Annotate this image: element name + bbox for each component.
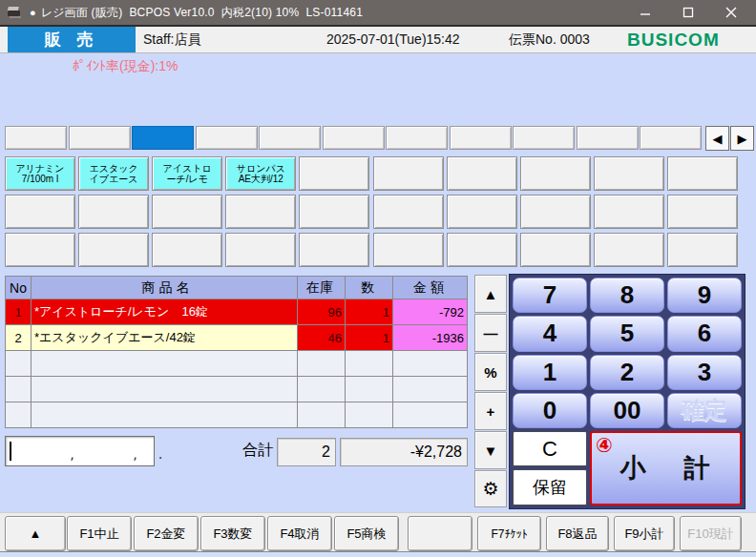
table-row-empty	[5, 351, 468, 377]
product-button-empty[interactable]	[447, 195, 517, 229]
subtotal-label: 小 計	[620, 451, 725, 485]
plus-button[interactable]: +	[474, 392, 507, 430]
product-tab-8[interactable]	[450, 126, 512, 150]
cell-empty	[5, 402, 32, 428]
product-tab-6[interactable]	[323, 126, 385, 150]
minimize-button[interactable]	[623, 0, 666, 25]
product-button-empty[interactable]	[373, 233, 444, 267]
f8-return-button[interactable]: F8返品	[546, 516, 609, 551]
numpad-key-8[interactable]: 8	[590, 278, 664, 313]
product-button-empty[interactable]	[667, 156, 738, 191]
product-button-empty[interactable]	[152, 195, 222, 229]
product-button-empty[interactable]	[520, 233, 591, 267]
numpad-key-2[interactable]: 2	[590, 355, 664, 390]
numpad-key-4[interactable]: 4	[513, 316, 587, 351]
product-button-empty[interactable]	[667, 233, 738, 267]
amount-entry-field[interactable]: , , .	[5, 436, 155, 466]
col-header-name: 商 品 名	[32, 276, 298, 299]
scroll-up-fkey[interactable]: ▲	[5, 516, 66, 551]
clear-button[interactable]: C	[513, 431, 587, 466]
percent-button[interactable]: %	[474, 353, 507, 391]
product-button-empty[interactable]	[78, 195, 149, 229]
product-button-empty[interactable]	[594, 233, 664, 267]
product-button-empty[interactable]	[667, 195, 738, 229]
product-button-empty[interactable]	[447, 233, 517, 267]
numpad-key-9[interactable]: 9	[667, 278, 742, 313]
cell-empty	[32, 351, 298, 377]
total-amount-value: -¥2,728	[340, 438, 468, 466]
numpad-key-5[interactable]: 5	[590, 316, 664, 351]
product-button-empty[interactable]	[225, 195, 296, 229]
hold-button[interactable]: 保留	[513, 469, 587, 505]
product-tab-9[interactable]	[513, 126, 575, 150]
tab-scroll-left-button[interactable]: ◀	[705, 126, 729, 151]
f1-abort-button[interactable]: F1中止	[67, 516, 132, 551]
product-button-2[interactable]: エスタック イブエース	[78, 156, 149, 191]
numpad-key-6[interactable]: 6	[667, 316, 742, 351]
maximize-icon	[682, 7, 694, 18]
confirm-button[interactable]: 確定	[667, 393, 742, 428]
numpad-key-7[interactable]: 7	[513, 278, 587, 313]
product-button-empty[interactable]	[5, 233, 75, 267]
scroll-down-button[interactable]: ▼	[474, 431, 507, 469]
product-button-empty[interactable]	[299, 156, 369, 191]
numpad-key-0[interactable]: 0	[513, 393, 587, 428]
product-tab-3-active[interactable]	[132, 126, 194, 150]
product-button-empty[interactable]	[225, 233, 296, 267]
product-tab-7[interactable]	[386, 126, 448, 150]
f2-price-change-button[interactable]: F2金変	[134, 516, 199, 551]
product-button-empty[interactable]	[5, 195, 75, 229]
col-header-amount: 金 額	[393, 276, 468, 299]
numpad-key-00[interactable]: 00	[590, 393, 664, 428]
total-quantity-value: 2	[277, 438, 336, 466]
table-row-1[interactable]: 1*アイストローチ/レモン 16錠961-792	[5, 299, 468, 325]
f10-cash-total-button: F10現計	[680, 516, 742, 551]
product-button-empty[interactable]	[152, 233, 222, 267]
cell-name: *アイストローチ/レモン 16錠	[32, 299, 298, 325]
numpad-key-1[interactable]: 1	[513, 355, 587, 390]
product-button-empty[interactable]	[447, 156, 517, 191]
close-icon	[725, 7, 737, 18]
product-button-empty[interactable]	[78, 233, 149, 267]
bottom-strip	[0, 551, 756, 557]
f4-void-button[interactable]: F4取消	[267, 516, 332, 551]
product-tab-4[interactable]	[196, 126, 258, 150]
minus-button[interactable]: —	[474, 314, 507, 352]
cell-empty	[346, 351, 393, 377]
pos-printer-icon	[7, 6, 24, 19]
numpad-key-3[interactable]: 3	[667, 355, 742, 390]
subtotal-button[interactable]: ④ 小 計	[590, 431, 742, 505]
product-button-1[interactable]: アリナミン 7/100m l	[5, 156, 75, 191]
product-button-empty[interactable]	[594, 195, 664, 229]
product-button-4[interactable]: サロンパス AE大判/12	[225, 156, 296, 191]
cell-empty	[32, 377, 298, 402]
product-button-empty[interactable]	[373, 156, 444, 191]
settings-button[interactable]: ⚙	[474, 470, 507, 507]
cell-amount: -792	[393, 299, 468, 325]
f7-ticket-button[interactable]: F7ﾁｹｯﾄ	[477, 516, 541, 551]
product-tab-5[interactable]	[259, 126, 321, 150]
cell-no: 2	[5, 325, 32, 351]
scroll-up-button[interactable]: ▲	[474, 275, 507, 313]
chevron-left-icon: ◀	[713, 132, 723, 146]
product-button-empty[interactable]	[299, 195, 369, 229]
f5-item-lookup-button[interactable]: F5商検	[334, 516, 399, 551]
f3-qty-change-button[interactable]: F3数変	[200, 516, 265, 551]
product-button-empty[interactable]	[594, 156, 664, 191]
product-button-3[interactable]: アイストロ ーチ/レモ	[152, 156, 222, 191]
close-button[interactable]	[709, 0, 752, 25]
product-tab-1[interactable]	[5, 126, 67, 150]
table-row-2[interactable]: 2*エスタックイブエース/42錠461-1936	[5, 325, 468, 351]
product-tab-11[interactable]	[640, 126, 702, 150]
product-button-empty[interactable]	[373, 195, 444, 229]
f6-empty-button[interactable]	[408, 516, 472, 551]
product-tab-2[interactable]	[69, 126, 131, 150]
product-button-empty[interactable]	[520, 195, 591, 229]
product-tab-10[interactable]	[577, 126, 639, 150]
product-button-empty[interactable]	[299, 233, 369, 267]
table-row-empty	[5, 377, 468, 402]
maximize-button[interactable]	[666, 0, 709, 25]
f9-subtotal-button[interactable]: F9小計	[614, 516, 675, 551]
tab-scroll-right-button[interactable]: ▶	[730, 126, 754, 151]
product-button-empty[interactable]	[520, 156, 591, 191]
